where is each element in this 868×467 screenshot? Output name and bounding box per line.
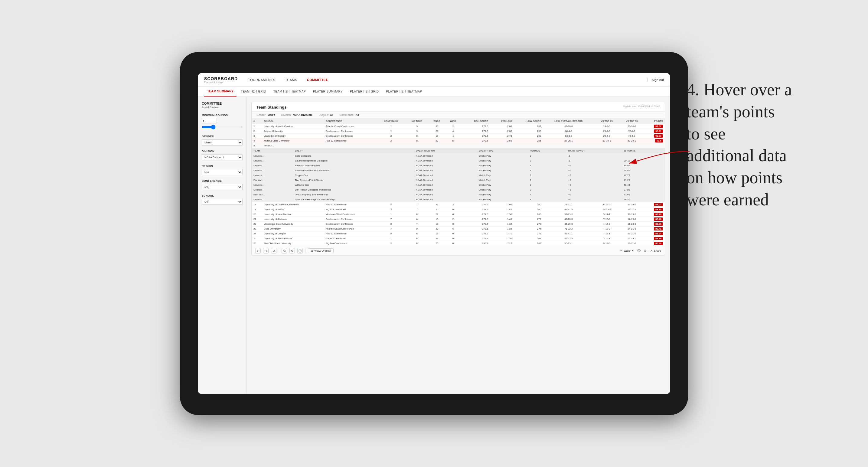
gender-select[interactable]: Men's Women's (202, 139, 243, 146)
school-name: Auburn University (262, 129, 324, 134)
main-content: Committee Portal Review Minimum Rounds G… (198, 97, 670, 394)
col-rnds: Rnds (429, 119, 445, 124)
table-row[interactable]: 22 Mississippi State University Southeas… (252, 222, 665, 226)
clock-button[interactable]: 🕐 (297, 248, 303, 253)
rank: 2 (252, 129, 262, 134)
nav-committee[interactable]: COMMITTEE (306, 78, 330, 82)
redo-button[interactable]: ↪ (263, 248, 269, 253)
conference-select[interactable]: (All) (202, 184, 243, 190)
table-row-highlighted[interactable]: 4 Arizona State University Pac-12 Confer… (252, 138, 665, 143)
layout-button[interactable]: ⊞ (644, 249, 647, 252)
tooltip-row[interactable]: Universi... 2023 Sahalee Players Champio… (252, 197, 665, 202)
tab-player-summary[interactable]: PLAYER SUMMARY (310, 86, 346, 96)
undo-button[interactable]: ↩ (255, 248, 261, 253)
filter-region: Region N/A All (202, 164, 243, 175)
table-row[interactable]: 1 University of North Carolina Atlantic … (252, 124, 665, 129)
tooltip-row[interactable]: Universi... National Invitational Tourna… (252, 168, 665, 173)
app-logo: SCOREBOARD (204, 76, 238, 81)
comment-button[interactable]: 💬 (637, 249, 641, 252)
update-time: Update time: 13/03/2024 10:03:42 (623, 105, 660, 108)
division-select[interactable]: NCAA Division I NCAA Division II (202, 154, 243, 160)
nav-tournaments[interactable]: TOURNAMENTS (247, 78, 276, 82)
table-row[interactable]: 3 Vanderbilt University Southeastern Con… (252, 134, 665, 138)
settings-button[interactable]: ⚙ (289, 248, 295, 253)
table-row[interactable]: 5 Texas T... (252, 143, 665, 148)
filter-division-label: Division (202, 150, 243, 153)
tab-player-h2h-heatmap[interactable]: PLAYER H2H HEATMAP (383, 86, 425, 96)
eye-icon: 👁 (620, 249, 622, 252)
tooltip-row[interactable]: Georgia Ben Hogan Collegiate Invitationa… (252, 188, 665, 192)
bottom-toolbar: ↩ ↪ ↺ ⧉ ⚙ 🕐 ⊞ View: Original (252, 246, 665, 255)
tab-team-h2h-grid[interactable]: TEAM H2H GRID (238, 86, 269, 96)
sidebar: Committee Portal Review Minimum Rounds G… (198, 97, 247, 394)
tooltip-row[interactable]: Universi... Copper Cup NCAA Division I M… (252, 173, 665, 178)
standings-table: # School Conference Conf Rank No Tour Rn… (252, 119, 665, 246)
tablet-screen: SCOREBOARD Powered by clippi TOURNAMENTS… (198, 73, 670, 394)
min-rounds-input[interactable] (202, 118, 217, 123)
toolbar-sep-2 (305, 248, 306, 253)
table-row[interactable]: 21 University of Alabama Southeastern Co… (252, 217, 665, 222)
conference: Pac-12 Conference (324, 138, 377, 143)
tooltip-header-row: Team Event Event Division Event Type Rou… (252, 148, 665, 203)
filter-gender-label: Gender (202, 135, 243, 138)
share-button[interactable]: ↗ Share (650, 249, 661, 252)
filter-division: Division NCAA Division I NCAA Division I… (202, 150, 243, 160)
filter-school-label: School (202, 194, 243, 197)
tooltip-row[interactable]: Universi... Amer Art Intercollegiate NCA… (252, 163, 665, 168)
toolbar-right: 👁 Watch ▾ 💬 ⊞ ↗ Share (620, 249, 661, 252)
report-panel: Team Standings Update time: 13/03/2024 1… (251, 102, 665, 256)
tooltip-row[interactable]: Universi... Williams Cup NCAA Division I… (252, 183, 665, 188)
annotation-area: 4. Hover over ateam's pointsto seeadditi… (686, 79, 832, 211)
filter-minimum-rounds: Minimum Rounds (202, 114, 243, 131)
reset-button[interactable]: ↺ (271, 248, 276, 253)
table-row[interactable]: 2 Auburn University Southeastern Confere… (252, 129, 665, 134)
tooltip-row[interactable]: Universi... Southern Highlands Collegiat… (252, 158, 665, 163)
report-title: Team Standings (256, 105, 286, 110)
app-logo-sub: Powered by clippi (204, 81, 238, 83)
table-row[interactable]: 25 University of North Florida ASUN Conf… (252, 236, 665, 241)
table-row[interactable]: 26 The Ohio State University Big Ten Con… (252, 241, 665, 246)
col-adj-score: Adj. Score (461, 119, 490, 124)
min-rounds-slider[interactable] (202, 125, 243, 129)
sidebar-subtitle: Portal Review (202, 106, 243, 109)
table-row[interactable]: 24 University of Oregon Pac-12 Conferenc… (252, 231, 665, 236)
copy-button[interactable]: ⧉ (282, 248, 287, 253)
share-icon: ↗ (650, 249, 653, 252)
logo-area: SCOREBOARD Powered by clippi (204, 76, 238, 83)
col-conf-rank: Conf Rank (377, 119, 406, 124)
school-name: Arizona State University (262, 138, 324, 143)
conference-chip: Conference: All (339, 114, 359, 117)
table-row[interactable]: 19 University of Texas Big 12 Conference… (252, 207, 665, 212)
region-select[interactable]: N/A All (202, 169, 243, 175)
tooltip-row[interactable]: Florida I... The Cypress Point Classic N… (252, 178, 665, 183)
col-low-overall: Low Overall Record (543, 119, 594, 124)
school-select[interactable]: (All) (202, 199, 243, 205)
conference: Atlantic Coast Conference (324, 124, 377, 129)
sidebar-title: Committee (202, 102, 243, 105)
filter-gender: Gender Men's Women's (202, 135, 243, 146)
filter-conference: Conference (All) (202, 179, 243, 190)
tooltip-row[interactable]: Universi... Cato Collegiate NCAA Divisio… (252, 154, 665, 158)
col-no-tour: No Tour (405, 119, 429, 124)
conference: Southeastern Conference (324, 134, 377, 138)
view-original-button[interactable]: ⊞ View: Original (308, 248, 334, 253)
tooltip-row[interactable]: East Tec... OFCC Fighting Illini Invitat… (252, 192, 665, 197)
table-row[interactable]: 20 University of New Mexico Mountain Wes… (252, 212, 665, 217)
rank: 4 (252, 138, 262, 143)
col-school: School (262, 119, 324, 124)
filter-region-label: Region (202, 164, 243, 167)
table-row[interactable]: 18 University of California, Berkeley Pa… (252, 203, 665, 207)
col-wins: Wins (445, 119, 461, 124)
tab-team-summary[interactable]: TEAM SUMMARY (204, 86, 237, 96)
table-row[interactable]: 23 Duke University Atlantic Coast Confer… (252, 226, 665, 231)
conference: Southeastern Conference (324, 129, 377, 134)
division-chip: Division: NCAA Division I (281, 114, 313, 117)
tab-team-h2h-heatmap[interactable]: TEAM H2H HEATMAP (270, 86, 309, 96)
watch-button[interactable]: 👁 Watch ▾ (620, 249, 633, 252)
nav-teams[interactable]: TEAMS (284, 78, 298, 82)
sign-out-link[interactable]: Sign out (647, 78, 664, 82)
region-chip: Region: All (319, 114, 334, 117)
rank: 1 (252, 124, 262, 129)
tab-player-h2h-grid[interactable]: PLAYER H2H GRID (347, 86, 382, 96)
report-filter-bar: Gender: Men's Division: NCAA Division I … (252, 112, 665, 119)
